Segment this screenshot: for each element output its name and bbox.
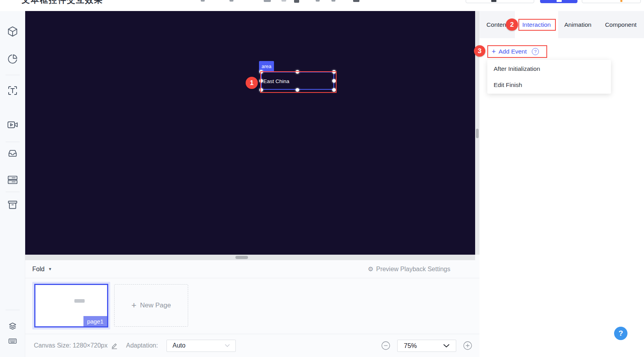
chevron-down-icon <box>443 344 450 348</box>
annotation-step-3: 3 <box>474 45 485 57</box>
page-thumbnail-page1[interactable]: page1 <box>32 282 110 329</box>
topbar-publish-button[interactable] <box>582 0 641 3</box>
sidebar-divider <box>6 75 20 75</box>
preview-playback-settings-button[interactable]: ⚙ Preview Playback Settings <box>368 265 450 273</box>
toolbar-icon-fragment[interactable] <box>229 0 233 2</box>
zoom-in-button[interactable] <box>463 341 472 350</box>
top-bar: 文本框控件交互效果 <box>0 0 644 11</box>
project-title: 文本框控件交互效果 <box>22 0 103 6</box>
keyboard-icon[interactable] <box>5 333 20 349</box>
video-icon[interactable] <box>5 117 20 133</box>
adaptation-label: Adaptation: <box>126 342 158 349</box>
design-canvas[interactable]: area East China <box>25 11 475 255</box>
annotation-step-1: 1 <box>246 77 258 89</box>
chevron-down-icon <box>225 344 230 347</box>
tab-interaction[interactable]: Interaction <box>515 11 558 38</box>
page-name-badge: page1 <box>83 316 107 326</box>
textbox-content[interactable]: East China <box>263 78 289 84</box>
pie-chart-icon[interactable] <box>5 51 20 67</box>
inbox-icon[interactable] <box>5 145 20 161</box>
canvas-settings-bar: Canvas Size: 1280×720px Adaptation: Auto… <box>25 334 479 357</box>
cube-icon[interactable] <box>5 24 20 39</box>
text-icon[interactable] <box>5 83 20 98</box>
selection-handle-e[interactable] <box>332 79 336 83</box>
selection-handle-sw[interactable] <box>259 88 263 92</box>
selection-handle-s[interactable] <box>296 88 299 92</box>
canvas-horizontal-scrollbar[interactable] <box>25 255 475 260</box>
layers-icon[interactable] <box>5 318 20 334</box>
toolbar-icon-fragment[interactable] <box>316 0 320 2</box>
preview-settings-label: Preview Playback Settings <box>376 266 450 273</box>
selection-handle-se[interactable] <box>332 88 336 92</box>
help-circle-icon[interactable]: ? <box>532 48 539 55</box>
page-thumbnail-preview: page1 <box>34 284 108 327</box>
tab-component[interactable]: Component <box>598 11 644 38</box>
toolbar-icon-fragment[interactable] <box>281 0 286 2</box>
button-icon-fragment <box>491 0 496 2</box>
pages-panel: Fold ▼ ⚙ Preview Playback Settings page1… <box>25 255 479 357</box>
edit-canvas-size-icon[interactable] <box>111 342 118 350</box>
thumbnail-element-mini <box>74 299 85 303</box>
toolbar-icon-fragment[interactable] <box>201 0 205 2</box>
zoom-out-button[interactable] <box>381 341 390 350</box>
left-toolbar <box>0 11 25 357</box>
sidebar-divider <box>6 192 20 192</box>
sidebar-divider <box>6 142 20 142</box>
vertical-scroll-thumb[interactable] <box>476 129 479 138</box>
plus-icon: + <box>131 301 137 310</box>
add-event-label: Add Event <box>499 48 527 55</box>
button-icon-fragment <box>620 0 622 2</box>
toolbar-icon-fragment[interactable] <box>264 0 271 2</box>
topbar-primary-button[interactable] <box>540 0 577 3</box>
new-page-label: New Page <box>140 302 171 309</box>
dropdown-item-edit-finish[interactable]: Edit Finish <box>487 77 611 93</box>
add-event-button[interactable]: + Add Event ? <box>487 45 547 58</box>
sidebar-divider <box>6 310 20 310</box>
selection-handle-w[interactable] <box>259 79 263 83</box>
canvas-size-label: Canvas Size: 1280×720px <box>34 342 107 349</box>
toolbar-icon-fragment[interactable] <box>353 0 359 2</box>
event-type-dropdown: After Initialization Edit Finish <box>487 60 611 94</box>
archive-icon[interactable] <box>5 197 20 213</box>
selection-handle-ne[interactable] <box>332 70 336 74</box>
adaptation-value: Auto <box>172 342 185 349</box>
fold-toggle[interactable]: Fold ▼ <box>32 266 52 273</box>
zoom-level-value: 75% <box>404 342 417 350</box>
topbar-secondary-button[interactable] <box>466 0 534 3</box>
selection-handle-nw[interactable] <box>259 70 263 74</box>
adaptation-select[interactable]: Auto <box>167 340 236 352</box>
pages-panel-header: Fold ▼ ⚙ Preview Playback Settings <box>25 260 479 278</box>
fold-label: Fold <box>32 266 44 273</box>
chevron-down-icon: ▼ <box>48 267 52 271</box>
plus-icon: + <box>492 48 496 56</box>
toolbar-icon-fragment[interactable] <box>294 0 299 3</box>
selection-handle-n[interactable] <box>296 70 299 74</box>
app-root: 文本框控件交互效果 <box>0 0 644 357</box>
panel-tab-bar: Content Interaction Animation Component <box>479 11 644 38</box>
toolbar-icon-fragment[interactable] <box>331 0 335 2</box>
tab-animation[interactable]: Animation <box>558 11 598 38</box>
button-icon-fragment <box>557 0 562 2</box>
horizontal-scroll-thumb[interactable] <box>235 256 248 259</box>
server-icon[interactable] <box>5 172 20 188</box>
annotation-step-2: 2 <box>506 18 518 31</box>
gear-icon: ⚙ <box>368 265 373 273</box>
zoom-level-select[interactable]: 75% <box>397 340 456 352</box>
dropdown-item-after-initialization[interactable]: After Initialization <box>487 61 611 77</box>
new-page-button[interactable]: + New Page <box>114 284 188 327</box>
help-button[interactable]: ? <box>614 327 627 340</box>
